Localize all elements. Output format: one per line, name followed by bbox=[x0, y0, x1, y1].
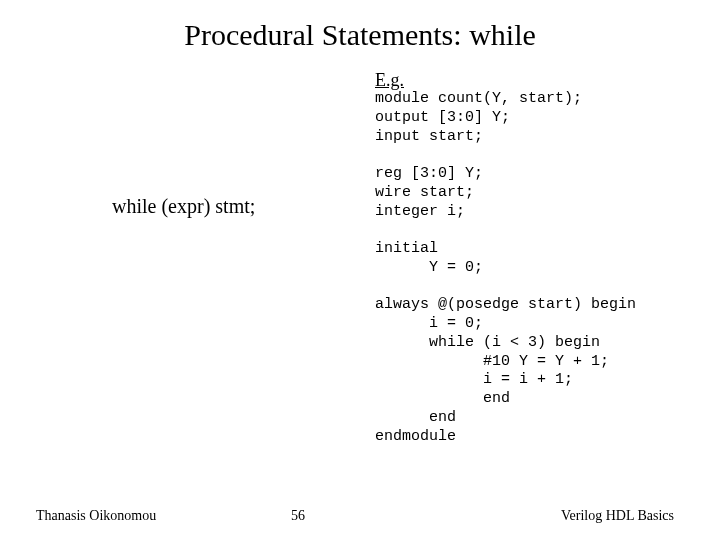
page-title: Procedural Statements: while bbox=[0, 18, 720, 52]
footer-topic: Verilog HDL Basics bbox=[561, 508, 674, 524]
footer-page-number: 56 bbox=[291, 508, 305, 523]
example-label: E.g. bbox=[375, 70, 404, 91]
slide: Procedural Statements: while E.g. module… bbox=[0, 0, 720, 540]
code-example: module count(Y, start); output [3:0] Y; … bbox=[375, 90, 636, 446]
syntax-text: while (expr) stmt; bbox=[112, 195, 255, 218]
